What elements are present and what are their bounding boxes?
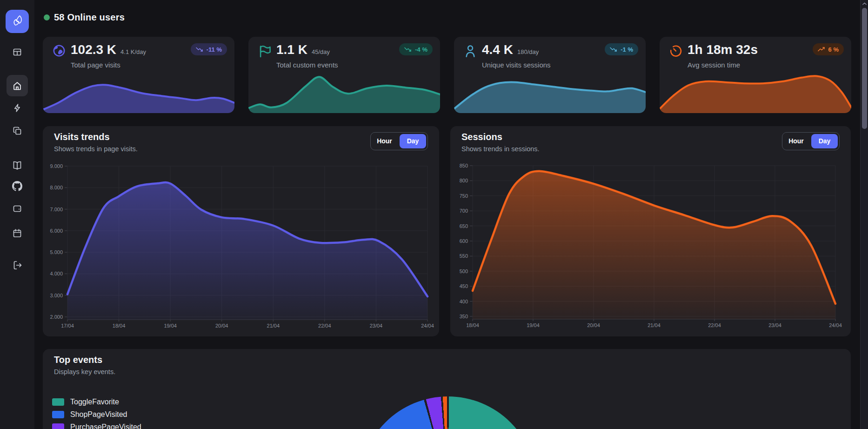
- stat-card-page-visits: 102.3 K 4.1 K/day Total page visits -11 …: [43, 37, 234, 113]
- online-users-count: 58 Online users: [54, 12, 125, 23]
- svg-text:19/04: 19/04: [527, 322, 540, 328]
- legend-swatch: [52, 423, 64, 429]
- toggle-option-day[interactable]: Day: [400, 134, 426, 148]
- sessions-chart[interactable]: 85080075070065060055050045040035018/0419…: [450, 161, 851, 336]
- trend-badge-value: -1 %: [621, 46, 633, 53]
- stat-rate: 180/day: [517, 48, 539, 55]
- svg-text:24/04: 24/04: [829, 322, 842, 328]
- stat-card-unique-sessions: 4.4 K 180/day Unique visits sessions -1 …: [454, 37, 646, 113]
- svg-text:3.000: 3.000: [50, 293, 63, 298]
- stat-label: Total custom events: [276, 61, 338, 69]
- timer-icon: [669, 44, 683, 58]
- panel-subtitle: Shows trends in page visits.: [54, 145, 138, 153]
- sidebar: [0, 0, 34, 429]
- legend-label: ToggleFavorite: [70, 398, 119, 406]
- trend-badge-value: 6 %: [828, 46, 839, 53]
- svg-text:21/04: 21/04: [648, 322, 661, 328]
- top-events-panel: Top events Displays key events. ToggleFa…: [43, 349, 851, 429]
- stat-value: 102.3 K: [71, 42, 116, 57]
- legend-item-togglefavorite[interactable]: ToggleFavorite: [52, 395, 141, 408]
- panel-title: Visits trends: [54, 132, 110, 142]
- sidebar-item-pages[interactable]: [12, 126, 22, 136]
- svg-text:4.000: 4.000: [50, 271, 63, 276]
- svg-text:350: 350: [460, 314, 468, 319]
- svg-text:550: 550: [460, 253, 468, 259]
- wallet-icon: [12, 203, 22, 214]
- scrollbar-thumb[interactable]: [862, 8, 867, 129]
- copy-icon: [12, 126, 22, 136]
- svg-text:24/04: 24/04: [421, 323, 434, 328]
- panel-title: Top events: [54, 355, 102, 365]
- svg-text:6.000: 6.000: [50, 228, 63, 234]
- sidebar-item-docs[interactable]: [12, 160, 22, 170]
- calendar-icon: [12, 228, 22, 238]
- legend-item-shoppagevisited[interactable]: ShopPageVisited: [52, 408, 141, 421]
- hour-day-toggle: Hour Day: [782, 132, 840, 150]
- stat-cards-row: 102.3 K 4.1 K/day Total page visits -11 …: [43, 37, 851, 113]
- toggle-option-hour[interactable]: Hour: [372, 134, 397, 148]
- sidebar-item-dashboard[interactable]: [12, 47, 22, 57]
- svg-text:20/04: 20/04: [215, 323, 228, 328]
- scrollbar-up-arrow[interactable]: [862, 1, 867, 6]
- stat-label: Avg session time: [688, 61, 740, 69]
- custom-events-sparkline: [248, 69, 440, 113]
- stat-label: Total page visits: [71, 61, 120, 69]
- panel-subtitle: Shows trends in sessions.: [461, 145, 540, 153]
- toggle-option-day[interactable]: Day: [811, 134, 838, 148]
- sidebar-item-logout[interactable]: [12, 260, 22, 270]
- svg-text:21/04: 21/04: [267, 323, 280, 328]
- user-icon: [463, 44, 477, 58]
- page-visits-sparkline: [43, 69, 234, 113]
- trend-badge: -11 %: [191, 43, 227, 55]
- home-icon: [12, 80, 22, 91]
- stat-label: Unique visits sessions: [482, 61, 551, 69]
- top-events-pie-chart[interactable]: [360, 396, 536, 429]
- legend-label: ShopPageVisited: [70, 410, 127, 419]
- sessions-panel: Sessions Shows trends in sessions. Hour …: [450, 126, 851, 336]
- stat-value: 4.4 K: [482, 42, 513, 57]
- trend-badge: -4 %: [399, 43, 433, 55]
- svg-text:700: 700: [460, 208, 468, 214]
- svg-text:19/04: 19/04: [164, 323, 177, 328]
- sidebar-item-billing[interactable]: [12, 203, 22, 214]
- hour-day-toggle: Hour Day: [370, 132, 428, 150]
- session-time-sparkline: [660, 69, 851, 113]
- online-dot: [44, 14, 50, 20]
- unique-sessions-sparkline: [454, 69, 646, 113]
- legend-item-purchasepagevisited[interactable]: PurchasePageVisited: [52, 421, 141, 429]
- svg-text:23/04: 23/04: [370, 323, 383, 328]
- stat-value: 1h 18m 32s: [688, 42, 758, 57]
- legend-swatch: [52, 411, 64, 418]
- trend-badge: 6 %: [813, 43, 844, 55]
- visits-trends-chart[interactable]: 9.0008.0007.0006.0005.0004.0003.0002.000…: [43, 161, 439, 336]
- svg-text:450: 450: [460, 283, 468, 289]
- svg-text:22/04: 22/04: [318, 323, 331, 328]
- sidebar-item-calendar[interactable]: [12, 228, 22, 238]
- svg-text:8.000: 8.000: [50, 185, 63, 190]
- svg-text:500: 500: [460, 268, 468, 274]
- svg-text:5.000: 5.000: [50, 249, 63, 255]
- stat-rate: 4.1 K/day: [120, 48, 146, 55]
- trend-down-icon: [610, 47, 617, 52]
- sidebar-item-github[interactable]: [12, 181, 22, 191]
- svg-text:17/04: 17/04: [61, 323, 74, 328]
- top-events-legend: ToggleFavorite ShopPageVisited PurchaseP…: [52, 395, 141, 429]
- visits-trends-panel: Visits trends Shows trends in page visit…: [43, 126, 439, 336]
- svg-text:22/04: 22/04: [708, 322, 721, 328]
- svg-text:600: 600: [460, 238, 468, 244]
- toggle-option-hour[interactable]: Hour: [784, 134, 808, 148]
- svg-text:18/04: 18/04: [113, 323, 126, 328]
- flag-icon: [258, 44, 272, 58]
- svg-text:23/04: 23/04: [768, 322, 781, 328]
- svg-text:850: 850: [460, 163, 468, 168]
- github-icon: [12, 181, 22, 191]
- sidebar-item-events[interactable]: [12, 103, 22, 113]
- app-logo[interactable]: [6, 10, 29, 33]
- trend-badge-value: -11 %: [207, 46, 222, 53]
- trend-badge-value: -4 %: [415, 46, 427, 53]
- vertical-scrollbar[interactable]: [860, 0, 868, 429]
- sidebar-item-home[interactable]: [7, 75, 28, 96]
- logout-icon: [12, 260, 22, 270]
- svg-text:18/04: 18/04: [466, 322, 479, 328]
- stat-card-custom-events: 1.1 K 45/day Total custom events -4 %: [248, 37, 440, 113]
